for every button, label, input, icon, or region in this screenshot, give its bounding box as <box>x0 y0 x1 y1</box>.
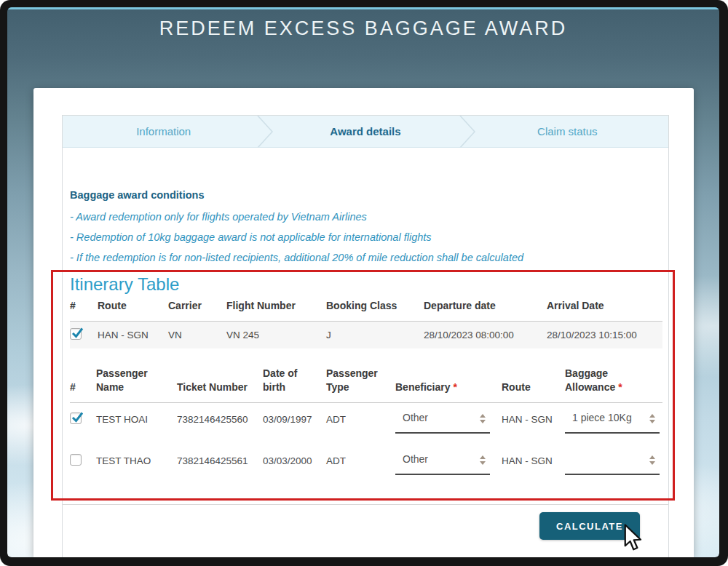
itinerary-body: HAN - SGNVNVN 245J28/10/2023 08:00:0028/… <box>70 321 662 348</box>
passenger-row: TEST THAO738214642556103/03/2000ADTOther… <box>70 445 662 487</box>
top-accent-line <box>7 7 719 9</box>
tab-content-panel: InformationAward detailsClaim status Bag… <box>62 115 669 557</box>
header-label: Ticket Number <box>177 381 248 393</box>
passenger-cell-type: ADT <box>326 402 395 445</box>
chevron-separator-icon <box>256 116 274 148</box>
step-label: Award details <box>330 125 400 137</box>
condition-item: - If the redemption is for non-listed re… <box>70 252 523 263</box>
header-label: Beneficiary <box>395 381 450 393</box>
select-arrows-icon <box>480 453 486 465</box>
condition-item: - Redemption of 10kg baggage award is no… <box>70 231 432 243</box>
passenger-cell-name: TEST THAO <box>96 445 177 487</box>
select-value: Other <box>403 412 428 423</box>
passenger-cell-dob: 03/09/1997 <box>263 402 326 445</box>
beneficiary-select[interactable]: Other <box>395 410 490 434</box>
header-label: Route <box>502 381 531 393</box>
condition-item: - Award redemption only for flights oper… <box>70 211 367 223</box>
passenger-col-header: Passenger Type <box>326 367 395 402</box>
required-asterisk: * <box>453 381 456 393</box>
passenger-cell-route: HAN - SGN <box>502 402 565 445</box>
panel-divider <box>63 504 668 505</box>
passenger-cell-route: HAN - SGN <box>502 445 565 487</box>
itinerary-table-title: Itinerary Table <box>70 274 179 295</box>
passenger-table: #Passenger NameTicket NumberDate of birt… <box>70 367 662 487</box>
passenger-cell-beneficiary: Other <box>395 402 502 445</box>
itinerary-cell-booking_class: J <box>326 321 424 348</box>
itinerary-cell-arrival: 28/10/2023 10:15:00 <box>547 321 662 348</box>
itinerary-col-header: Carrier <box>168 299 226 321</box>
header-label: Passenger Type <box>326 367 378 393</box>
page-title: REDEEM EXCESS BAGGAGE AWARD <box>7 17 719 40</box>
passenger-cell-name: TEST HOAI <box>96 402 177 445</box>
itinerary-col-header: Arrival Date <box>547 299 662 321</box>
step-information[interactable]: Information <box>63 116 264 147</box>
select-arrows-icon <box>480 412 486 423</box>
itinerary-col-header: Route <box>98 299 168 321</box>
header-label: Date of birth <box>263 367 297 393</box>
itinerary-head: #RouteCarrierFlight NumberBooking ClassD… <box>70 299 662 321</box>
step-claim-status[interactable]: Claim status <box>467 116 668 147</box>
select-arrows-icon <box>649 453 655 465</box>
itinerary-cell-departure: 28/10/2023 08:00:00 <box>424 321 547 348</box>
itinerary-row: HAN - SGNVNVN 245J28/10/2023 08:00:0028/… <box>70 321 662 348</box>
passenger-cell-type: ADT <box>326 445 395 487</box>
baggage-allowance-select[interactable] <box>565 452 660 475</box>
passenger-col-header: # <box>70 367 96 402</box>
passenger-row: TEST HOAI738214642556003/09/1997ADTOther… <box>70 402 662 445</box>
itinerary-col-header: Flight Number <box>226 299 326 321</box>
itinerary-cell-flight_number: VN 245 <box>226 321 326 348</box>
header-label: Passenger Name <box>96 367 148 393</box>
passenger-col-header: Ticket Number <box>177 367 263 402</box>
passenger-head: #Passenger NameTicket NumberDate of birt… <box>70 367 662 402</box>
itinerary-col-header: Booking Class <box>326 299 424 321</box>
row-checkbox[interactable] <box>70 328 82 340</box>
passenger-cell-baggage <box>565 445 662 487</box>
passenger-body: TEST HOAI738214642556003/09/1997ADTOther… <box>70 402 662 487</box>
page-background: REDEEM EXCESS BAGGAGE AWARD InformationA… <box>7 7 719 557</box>
passenger-col-header: Date of birth <box>263 367 326 402</box>
itinerary-col-header: # <box>70 299 98 321</box>
itinerary-cell-carrier: VN <box>168 321 226 348</box>
passenger-col-header: Baggage Allowance * <box>565 367 662 402</box>
select-arrows-icon <box>649 412 655 423</box>
baggage-allowance-select[interactable]: 1 piece 10Kg <box>565 410 660 434</box>
row-checkbox[interactable] <box>70 454 82 466</box>
chevron-separator-icon <box>458 116 477 148</box>
row-checkbox[interactable] <box>70 412 82 424</box>
itinerary-col-header: Departure date <box>424 299 547 321</box>
itinerary-cell-route: HAN - SGN <box>98 321 168 348</box>
step-label: Claim status <box>537 125 598 137</box>
beneficiary-select[interactable]: Other <box>395 452 490 475</box>
calculate-button[interactable]: CALCULATE <box>539 512 640 540</box>
passenger-cell-dob: 03/03/2000 <box>263 445 326 487</box>
itinerary-table: #RouteCarrierFlight NumberBooking ClassD… <box>70 299 662 348</box>
step-award-details[interactable]: Award details <box>264 116 466 147</box>
required-asterisk: * <box>618 381 622 393</box>
passenger-cell-ticket: 7382146425561 <box>177 445 263 487</box>
passenger-cell-beneficiary: Other <box>395 445 502 487</box>
passenger-cell-ticket: 7382146425560 <box>177 402 263 445</box>
passenger-col-header: Beneficiary * <box>395 367 502 402</box>
header-label: # <box>70 381 76 393</box>
conditions-title: Baggage award conditions <box>70 189 205 201</box>
passenger-col-header: Route <box>502 367 565 402</box>
content-card: InformationAward detailsClaim status Bag… <box>33 88 694 557</box>
stepper: InformationAward detailsClaim status <box>63 116 668 148</box>
header-label: Baggage Allowance <box>565 367 615 393</box>
select-value: Other <box>403 453 428 465</box>
passenger-col-header: Passenger Name <box>96 367 177 402</box>
select-value: 1 piece 10Kg <box>572 412 632 423</box>
passenger-cell-baggage: 1 piece 10Kg <box>565 402 662 445</box>
step-label: Information <box>136 125 191 137</box>
